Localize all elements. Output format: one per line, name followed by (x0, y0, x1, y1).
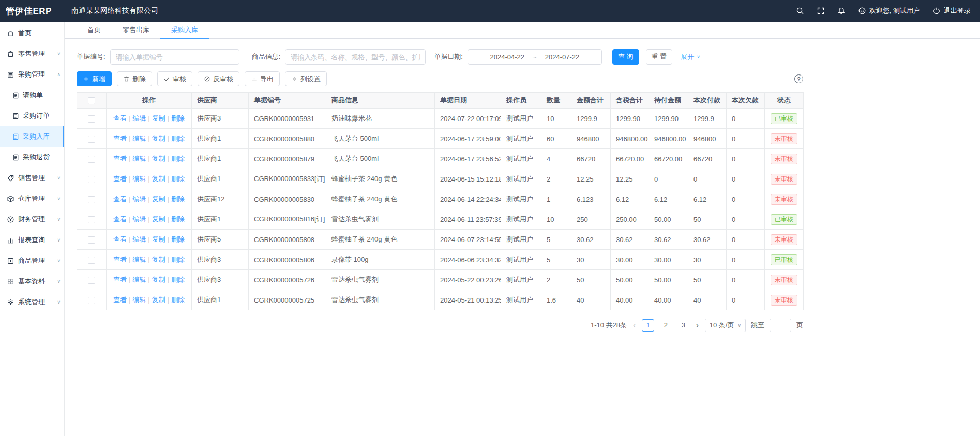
row-action-delete[interactable]: 删除 (171, 296, 185, 304)
sidebar-subitem-purchase-order[interactable]: 采购订单 (0, 106, 64, 126)
action-separator: | (168, 235, 169, 243)
search-icon[interactable] (796, 7, 804, 15)
export-button[interactable]: 导出 (245, 71, 280, 86)
add-button[interactable]: 新增 (77, 71, 112, 86)
cell-select (77, 189, 107, 209)
row-action-edit[interactable]: 编辑 (132, 235, 146, 243)
help-icon[interactable]: ? (794, 74, 803, 83)
row-action-view[interactable]: 查看 (113, 114, 127, 122)
search-button[interactable]: 查 询 (612, 49, 639, 65)
row-checkbox[interactable] (88, 236, 95, 244)
column-settings-button[interactable]: 列设置 (285, 71, 327, 86)
row-action-delete[interactable]: 删除 (171, 155, 185, 162)
sidebar-item-report[interactable]: 报表查询 ∨ (0, 230, 64, 250)
row-action-edit[interactable]: 编辑 (132, 114, 146, 122)
row-action-delete[interactable]: 删除 (171, 215, 185, 223)
row-action-edit[interactable]: 编辑 (132, 296, 146, 304)
button-label: 列设置 (300, 74, 321, 84)
row-action-view[interactable]: 查看 (113, 175, 127, 183)
fullscreen-icon[interactable] (817, 7, 825, 15)
goods-info-input[interactable] (285, 49, 426, 65)
sidebar-item-sales[interactable]: 销售管理 ∨ (0, 168, 64, 188)
row-action-copy[interactable]: 复制 (152, 195, 165, 203)
row-action-view[interactable]: 查看 (113, 255, 127, 263)
row-action-view[interactable]: 查看 (113, 215, 127, 223)
audit-button[interactable]: 审核 (157, 71, 192, 86)
row-action-delete[interactable]: 删除 (171, 276, 185, 283)
sidebar-item-basic-data[interactable]: 基本资料 ∨ (0, 271, 64, 292)
row-action-copy[interactable]: 复制 (152, 215, 165, 223)
select-all-checkbox[interactable] (88, 97, 95, 104)
date-end-value[interactable]: 2024-07-22 (545, 53, 580, 61)
next-page-icon[interactable]: › (695, 321, 699, 329)
sidebar-item-system[interactable]: 系统管理 ∨ (0, 292, 64, 312)
page-button-1[interactable]: 1 (642, 319, 654, 332)
page-button-2[interactable]: 2 (659, 319, 672, 332)
tab-retail-outbound[interactable]: 零售出库 (112, 22, 160, 39)
date-range-picker[interactable]: 2024-04-22 ~ 2024-07-22 (468, 49, 602, 65)
row-action-copy[interactable]: 复制 (152, 175, 165, 183)
row-checkbox[interactable] (88, 176, 95, 183)
row-action-delete[interactable]: 删除 (171, 175, 185, 183)
row-action-delete[interactable]: 删除 (171, 195, 185, 203)
row-action-view[interactable]: 查看 (113, 296, 127, 304)
sidebar-item-warehouse[interactable]: 仓库管理 ∨ (0, 188, 64, 209)
row-action-copy[interactable]: 复制 (152, 276, 165, 283)
row-checkbox[interactable] (88, 196, 95, 203)
row-action-copy[interactable]: 复制 (152, 155, 165, 162)
row-action-delete[interactable]: 删除 (171, 235, 185, 243)
row-action-edit[interactable]: 编辑 (132, 134, 146, 142)
row-checkbox[interactable] (88, 277, 95, 284)
sidebar-item-purchase[interactable]: 采购管理 ∧ (0, 64, 64, 85)
row-action-copy[interactable]: 复制 (152, 296, 165, 304)
logout-button[interactable]: 退出登录 (932, 6, 971, 16)
prev-page-icon[interactable]: ‹ (632, 321, 637, 329)
row-action-edit[interactable]: 编辑 (132, 195, 146, 203)
row-checkbox[interactable] (88, 136, 95, 143)
sidebar-item-finance[interactable]: 财务管理 ∨ (0, 209, 64, 230)
sidebar-subitem-purchase-inbound[interactable]: 采购入库 (0, 126, 64, 147)
sidebar-item-home[interactable]: 首页 (0, 23, 64, 43)
cell-payable: 0 (649, 169, 688, 189)
unaudit-button[interactable]: 反审核 (198, 71, 239, 86)
row-action-edit[interactable]: 编辑 (132, 255, 146, 263)
row-action-copy[interactable]: 复制 (152, 114, 165, 122)
row-action-copy[interactable]: 复制 (152, 255, 165, 263)
user-menu[interactable]: 欢迎您, 测试用户 (858, 6, 920, 16)
sidebar-subitem-purchase-return[interactable]: 采购退货 (0, 147, 64, 168)
row-action-view[interactable]: 查看 (113, 276, 127, 283)
row-action-copy[interactable]: 复制 (152, 235, 165, 243)
page-button-3[interactable]: 3 (677, 319, 689, 332)
row-action-view[interactable]: 查看 (113, 134, 127, 142)
row-action-view[interactable]: 查看 (113, 235, 127, 243)
row-action-view[interactable]: 查看 (113, 195, 127, 203)
table-row: 查看|编辑|复制|删除供应商3CGRK00000005931奶油味爆米花2024… (77, 109, 804, 129)
row-action-delete[interactable]: 删除 (171, 255, 185, 263)
jump-page-input[interactable] (770, 319, 791, 332)
delete-button[interactable]: 删除 (117, 71, 152, 86)
bell-icon[interactable] (837, 7, 846, 15)
tab-home[interactable]: 首页 (77, 22, 112, 39)
expand-filters-link[interactable]: 展开 ∨ (681, 52, 700, 62)
sidebar-item-goods[interactable]: 商品管理 ∨ (0, 250, 64, 271)
row-checkbox[interactable] (88, 297, 95, 304)
row-action-view[interactable]: 查看 (113, 155, 127, 162)
row-checkbox[interactable] (88, 115, 95, 123)
bill-no-input[interactable] (110, 49, 239, 65)
row-action-edit[interactable]: 编辑 (132, 175, 146, 183)
sidebar-subitem-purchase-request[interactable]: 请购单 (0, 85, 64, 106)
row-checkbox[interactable] (88, 257, 95, 264)
row-action-edit[interactable]: 编辑 (132, 155, 146, 162)
row-action-delete[interactable]: 删除 (171, 134, 185, 142)
date-start-value[interactable]: 2024-04-22 (490, 53, 525, 61)
row-action-edit[interactable]: 编辑 (132, 276, 146, 283)
row-checkbox[interactable] (88, 216, 95, 223)
row-checkbox[interactable] (88, 156, 95, 163)
tab-purchase-inbound[interactable]: 采购入库 (160, 22, 209, 39)
sidebar-item-retail[interactable]: 零售管理 ∨ (0, 43, 64, 64)
reset-button[interactable]: 重 置 (646, 49, 673, 65)
row-action-edit[interactable]: 编辑 (132, 215, 146, 223)
row-action-delete[interactable]: 删除 (171, 114, 185, 122)
row-action-copy[interactable]: 复制 (152, 134, 165, 142)
page-size-select[interactable]: 10 条/页 ∨ (705, 319, 746, 332)
